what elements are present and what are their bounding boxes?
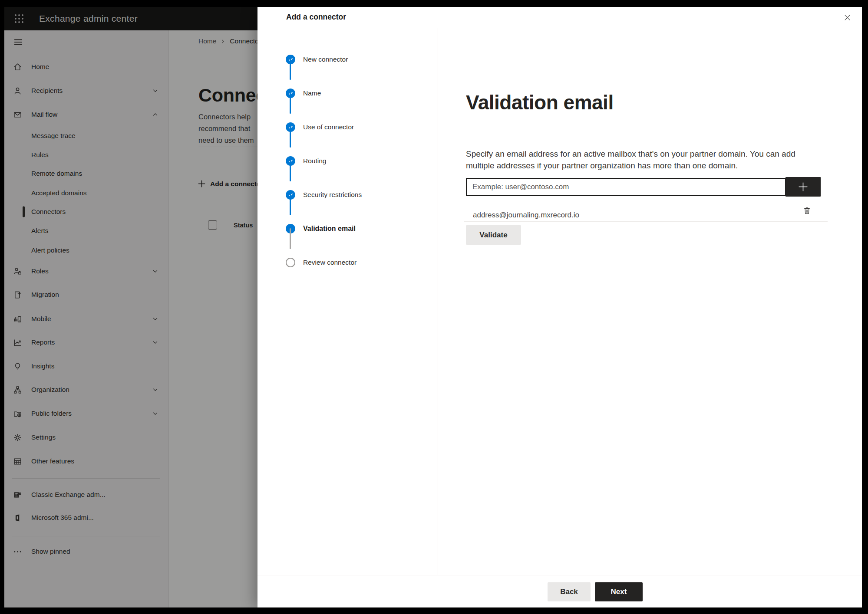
step-connector-line <box>290 59 291 80</box>
plus-icon <box>798 181 809 192</box>
footer-divider <box>257 575 862 575</box>
add-email-button[interactable] <box>785 177 821 197</box>
wizard-step-review-connector[interactable]: Review connector <box>257 256 438 269</box>
wizard-step-security-restrictions[interactable]: Security restrictions <box>257 188 438 202</box>
delete-address-button[interactable] <box>799 203 814 218</box>
step-connector-line <box>290 161 291 181</box>
step-connector-line <box>290 194 291 215</box>
wizard-step-name[interactable]: Name <box>257 86 438 100</box>
back-button[interactable]: Back <box>548 582 591 601</box>
step-description: Specify an email address for an active m… <box>466 148 813 171</box>
wizard-step-use-of-connector[interactable]: Use of connector <box>257 120 438 134</box>
panel-header: Add a connector <box>257 7 862 28</box>
address-list-divider <box>464 221 828 222</box>
next-button[interactable]: Next <box>595 582 643 601</box>
wizard-step-routing[interactable]: Routing <box>257 154 438 168</box>
add-connector-panel: Add a connector New connector Name Use o… <box>257 7 862 607</box>
validation-email-input[interactable] <box>466 178 786 196</box>
wizard-step-new-connector[interactable]: New connector <box>257 53 438 66</box>
close-button[interactable] <box>841 11 853 23</box>
trash-icon <box>802 206 812 215</box>
validation-email-address: address@journaling.mxrecord.io <box>473 211 579 220</box>
step-todo-icon <box>286 258 295 267</box>
wizard-steps: New connector Name Use of connector Rout… <box>257 28 438 575</box>
close-icon <box>844 14 851 21</box>
step-heading: Validation email <box>466 91 614 114</box>
validate-button[interactable]: Validate <box>466 225 521 245</box>
wizard-step-validation-email[interactable]: Validation email <box>257 222 438 236</box>
step-connector-line <box>290 228 291 249</box>
step-connector-line <box>290 127 291 148</box>
app-window: Exchange admin center Home Recipients Ma… <box>4 7 862 607</box>
panel-title: Add a connector <box>286 13 346 22</box>
step-connector-line <box>290 93 291 114</box>
